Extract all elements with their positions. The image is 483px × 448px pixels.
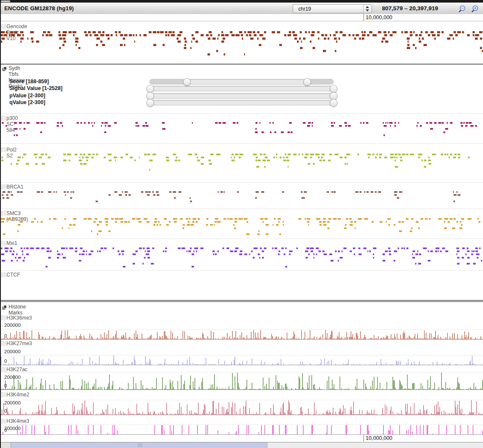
axis-zero-label: 0 [4, 358, 7, 364]
track-canvas-brca1[interactable] [0, 191, 483, 208]
signal-baseline [0, 390, 483, 390]
track-canvas-smc3-ab9263[interactable] [0, 218, 483, 238]
window-left-edge [0, 0, 1, 448]
slider-handle[interactable] [303, 78, 311, 86]
filter-slider-3[interactable] [149, 100, 334, 105]
tracks-area[interactable]: Gencode Basic V10Sydh Tbfs Narrow PeaksS… [0, 0, 483, 448]
track-label: Mxi1 [6, 240, 17, 246]
slider-handle[interactable] [146, 85, 154, 93]
track-label: H3K4me2 [6, 392, 29, 398]
track-canvas-pol2-s2[interactable] [0, 154, 483, 181]
track-canvas-mxi1[interactable] [0, 247, 483, 269]
slider-handle[interactable] [146, 92, 154, 100]
filter-slider-label: Signal Value [1-2528] [9, 85, 62, 91]
filter-slider-0[interactable] [149, 79, 334, 84]
drag-handle-icon[interactable] [1, 241, 6, 246]
filter-slider-2[interactable] [149, 93, 334, 99]
scrollbar-thumb[interactable] [11, 442, 268, 448]
track-separator [0, 270, 483, 271]
drag-handle-icon[interactable] [1, 419, 6, 424]
drag-handle-icon[interactable] [1, 116, 6, 121]
filter-slider-1[interactable] [149, 86, 334, 91]
slider-handle[interactable] [330, 92, 338, 100]
scrollbar-corner [0, 442, 11, 448]
axis-max-label: 200000 [4, 375, 20, 380]
drag-handle-icon[interactable] [1, 24, 6, 29]
section-divider [0, 300, 483, 302]
drag-handle-icon[interactable] [1, 147, 6, 152]
track-canvas-h3k36me3[interactable] [0, 330, 483, 339]
axis-zero-label: 0 [4, 408, 7, 413]
filter-slider-label: pValue [2-300] [9, 93, 45, 99]
axis-zero-label: 0 [4, 428, 7, 433]
slider-handle[interactable] [330, 85, 338, 93]
signal-baseline [0, 365, 483, 365]
signal-baseline [0, 434, 483, 435]
track-separator [0, 239, 483, 239]
signal-baseline [0, 415, 483, 415]
horizontal-scrollbar[interactable] [0, 442, 483, 448]
drag-handle-icon[interactable] [1, 367, 6, 372]
ruler-position-label: 10,000,000 [366, 435, 393, 441]
track-label: H3K4me3 [6, 418, 29, 424]
track-separator [0, 143, 483, 144]
signal-baseline [0, 339, 483, 340]
section-divider [0, 64, 483, 65]
section-label: Histone Marks [9, 304, 26, 316]
axis-max-label: 200000 [4, 400, 20, 405]
drag-handle-icon[interactable] [1, 184, 6, 189]
drag-handle-icon[interactable] [1, 211, 6, 216]
track-canvas-p300-sc-584[interactable] [0, 122, 483, 142]
drag-handle-icon[interactable] [1, 315, 6, 320]
track-group-icon [2, 66, 7, 71]
track-canvas-h3k27ac[interactable] [0, 372, 483, 390]
track-label: CTCF [6, 272, 20, 278]
genome-browser-window: ENCODE GM12878 (hg19) chr19 807,579 – 20… [0, 0, 483, 448]
filter-slider-label: qValue [2-300] [9, 99, 45, 105]
axis-max-label: 200000 [4, 349, 20, 354]
track-canvas-h3k4me2[interactable] [0, 400, 483, 415]
track-canvas-h3k4me3[interactable] [0, 425, 483, 434]
slider-handle[interactable] [183, 78, 191, 86]
track-label: BRCA1 [6, 184, 23, 190]
track-label: H3K27ac [6, 367, 27, 372]
track-label: H3K27me3 [6, 340, 32, 346]
track-canvas-gencode-basic-v10[interactable] [0, 31, 483, 64]
slider-range-outside [150, 79, 186, 84]
scrollbar-grip-icon [138, 443, 143, 447]
track-canvas-ctcf[interactable] [0, 278, 483, 299]
axis-zero-label: 0 [4, 333, 7, 338]
track-separator [0, 182, 483, 183]
track-label: H3K36me3 [6, 315, 32, 321]
drag-handle-icon[interactable] [1, 341, 6, 346]
drag-handle-icon[interactable] [1, 392, 6, 397]
slider-handle[interactable] [330, 99, 338, 107]
position-ruler-bottom: 10,000,000 [0, 435, 483, 442]
slider-handle[interactable] [146, 99, 154, 107]
drag-handle-icon[interactable] [1, 272, 6, 277]
axis-max-label: 200000 [4, 323, 20, 328]
track-separator [0, 209, 483, 209]
track-group-icon [2, 304, 7, 309]
track-canvas-h3k27me3[interactable] [0, 355, 483, 365]
track-separator [0, 113, 483, 114]
ruler-tick [364, 435, 364, 442]
axis-zero-label: 0 [4, 383, 7, 388]
filter-slider-label: Score [188-859] [9, 79, 49, 84]
